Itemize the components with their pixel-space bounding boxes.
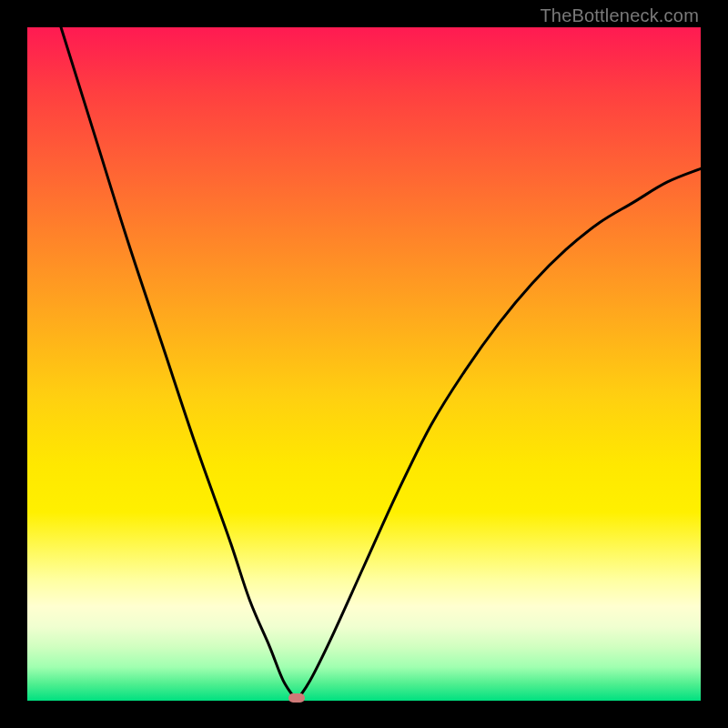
curve-left-branch	[61, 27, 297, 701]
curve-right-branch	[297, 168, 701, 701]
optimal-point-marker	[288, 693, 305, 703]
chart-plot-area	[27, 27, 701, 701]
watermark-text: TheBottleneck.com	[540, 5, 699, 26]
bottleneck-curve	[27, 27, 701, 701]
